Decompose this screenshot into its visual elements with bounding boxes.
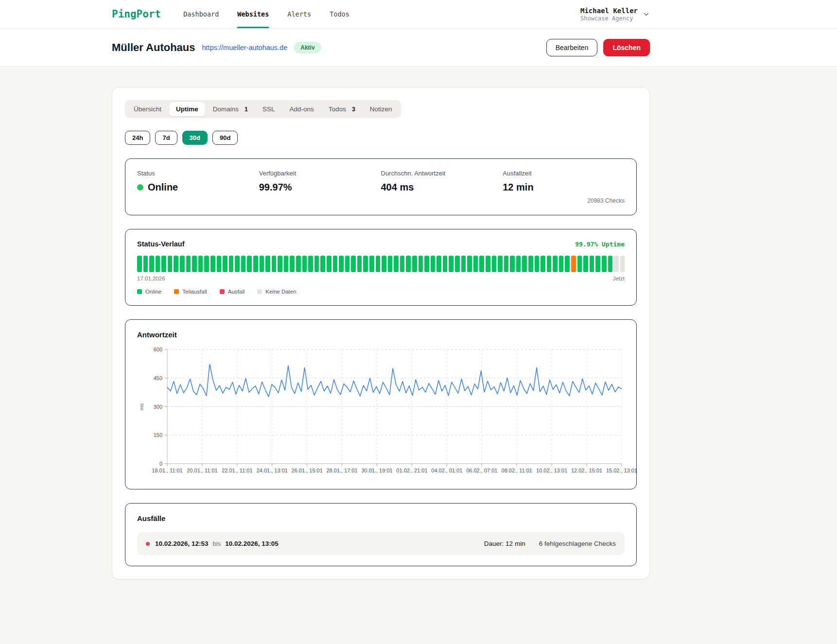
status-bar-online[interactable]: [394, 256, 399, 272]
status-bar-online[interactable]: [418, 256, 423, 272]
status-bar-online[interactable]: [327, 256, 331, 272]
status-bar-online[interactable]: [449, 256, 453, 272]
status-bar-online[interactable]: [590, 256, 594, 272]
website-url-link[interactable]: https://mueller-autohaus.de: [202, 44, 288, 52]
status-bar-online[interactable]: [473, 256, 478, 272]
status-bar-online[interactable]: [320, 256, 325, 272]
status-bar-online[interactable]: [406, 256, 411, 272]
status-bar-online[interactable]: [345, 256, 350, 272]
app-logo[interactable]: PingPort: [112, 0, 161, 28]
status-bar-online[interactable]: [504, 256, 509, 272]
range-24h-button[interactable]: 24h: [125, 131, 150, 145]
tab-uptime[interactable]: Uptime: [169, 102, 205, 116]
status-bar-online[interactable]: [284, 256, 289, 272]
status-bar-online[interactable]: [431, 256, 436, 272]
status-bar-online[interactable]: [217, 256, 222, 272]
status-bar-online[interactable]: [210, 256, 215, 272]
status-bar-online[interactable]: [376, 256, 381, 272]
status-bar-online[interactable]: [602, 256, 607, 272]
status-bar-online[interactable]: [388, 256, 393, 272]
status-bar-online[interactable]: [156, 256, 160, 272]
status-bar-online[interactable]: [192, 256, 197, 272]
status-bar-online[interactable]: [253, 256, 258, 272]
range-7d-button[interactable]: 7d: [155, 131, 177, 145]
status-bar-online[interactable]: [363, 256, 368, 272]
status-bar-online[interactable]: [577, 256, 582, 272]
status-bar-online[interactable]: [412, 256, 417, 272]
status-bar-nodata[interactable]: [614, 256, 619, 272]
status-bar-online[interactable]: [461, 256, 466, 272]
status-bar-online[interactable]: [272, 256, 277, 272]
status-bar-online[interactable]: [595, 256, 600, 272]
status-bar-online[interactable]: [290, 256, 295, 272]
status-bar-online[interactable]: [333, 256, 338, 272]
status-bar-online[interactable]: [400, 256, 405, 272]
status-bar-online[interactable]: [467, 256, 472, 272]
status-bar-online[interactable]: [278, 256, 282, 272]
tab-notizen[interactable]: Notizen: [363, 102, 399, 116]
status-bar-online[interactable]: [443, 256, 448, 272]
status-bar-online[interactable]: [180, 256, 185, 272]
status-bar-online[interactable]: [369, 256, 374, 272]
status-bar-online[interactable]: [492, 256, 497, 272]
status-bar-partial[interactable]: [571, 256, 576, 272]
status-bar-online[interactable]: [455, 256, 460, 272]
status-bar-online[interactable]: [498, 256, 503, 272]
status-bar-online[interactable]: [314, 256, 319, 272]
status-bar-online[interactable]: [583, 256, 588, 272]
tab-domains[interactable]: Domains1: [206, 102, 255, 116]
status-bar-online[interactable]: [553, 256, 558, 272]
status-bar-online[interactable]: [198, 256, 203, 272]
nav-dashboard[interactable]: Dashboard: [183, 0, 219, 28]
status-bar-online[interactable]: [510, 256, 515, 272]
range-30d-button[interactable]: 30d: [182, 131, 208, 145]
status-bar-online[interactable]: [608, 256, 613, 272]
status-bar-online[interactable]: [247, 256, 252, 272]
status-bar-online[interactable]: [486, 256, 490, 272]
status-bar-online[interactable]: [436, 256, 441, 272]
user-menu[interactable]: Michael Keller Showcase Agency: [580, 0, 650, 28]
status-bar-online[interactable]: [522, 256, 527, 272]
status-bar-online[interactable]: [186, 256, 191, 272]
status-bar-online[interactable]: [161, 256, 166, 272]
status-bar-online[interactable]: [149, 256, 154, 272]
status-bar-online[interactable]: [559, 256, 564, 272]
status-bar-online[interactable]: [204, 256, 209, 272]
nav-alerts[interactable]: Alerts: [287, 0, 311, 28]
status-bar-online[interactable]: [528, 256, 533, 272]
status-bar-online[interactable]: [168, 256, 173, 272]
status-bar-online[interactable]: [541, 256, 545, 272]
status-bar-online[interactable]: [547, 256, 552, 272]
status-bar-online[interactable]: [143, 256, 148, 272]
status-bar-nodata[interactable]: [620, 256, 625, 272]
status-bar-online[interactable]: [260, 256, 264, 272]
status-bar-online[interactable]: [351, 256, 356, 272]
status-bar-online[interactable]: [382, 256, 386, 272]
status-bar-online[interactable]: [137, 256, 142, 272]
status-bar-online[interactable]: [229, 256, 234, 272]
status-bar-online[interactable]: [535, 256, 540, 272]
status-bar-online[interactable]: [265, 256, 270, 272]
status-bar-online[interactable]: [296, 256, 301, 272]
status-bar-online[interactable]: [565, 256, 570, 272]
status-bar-online[interactable]: [174, 256, 178, 272]
status-bar-online[interactable]: [516, 256, 521, 272]
nav-todos[interactable]: Todos: [330, 0, 349, 28]
range-90d-button[interactable]: 90d: [212, 131, 238, 145]
status-bar-online[interactable]: [223, 256, 227, 272]
nav-websites[interactable]: Websites: [237, 0, 269, 28]
tab-todos[interactable]: Todos3: [322, 102, 362, 116]
status-bar-online[interactable]: [308, 256, 313, 272]
status-bar-online[interactable]: [424, 256, 429, 272]
status-bar-online[interactable]: [357, 256, 362, 272]
delete-button[interactable]: Löschen: [603, 39, 650, 56]
status-bar-online[interactable]: [241, 256, 246, 272]
tab-ssl[interactable]: SSL: [256, 102, 282, 116]
status-bar-online[interactable]: [479, 256, 484, 272]
status-bar-online[interactable]: [302, 256, 307, 272]
status-bar-online[interactable]: [339, 256, 344, 272]
status-bar-online[interactable]: [235, 256, 240, 272]
edit-button[interactable]: Bearbeiten: [546, 39, 598, 56]
tab-addons[interactable]: Add-ons: [283, 102, 321, 116]
tab-uebersicht[interactable]: Übersicht: [127, 102, 168, 116]
